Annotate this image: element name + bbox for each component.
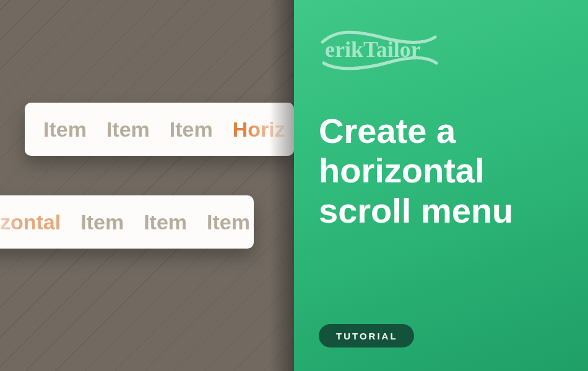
menu-item[interactable]: Item bbox=[170, 117, 213, 142]
menu-item-active-partial[interactable]: Horiz bbox=[233, 117, 285, 142]
menu-item[interactable]: Item bbox=[80, 210, 124, 234]
stage: Item Item Item Horiz zontal Item Item It… bbox=[0, 0, 588, 371]
menu-item[interactable]: Item bbox=[144, 210, 187, 234]
brand-name-text: erikTailor bbox=[325, 37, 421, 62]
menu-item[interactable]: Item bbox=[43, 117, 87, 142]
left-pattern-background bbox=[0, 0, 294, 371]
menu-item[interactable]: Item bbox=[207, 210, 250, 234]
category-badge: TUTORIAL bbox=[319, 324, 414, 348]
menu-bar-top[interactable]: Item Item Item Horiz bbox=[25, 103, 294, 156]
right-panel: erikTailor Create a horizontal scroll me… bbox=[294, 0, 588, 371]
menu-bar-bottom[interactable]: zontal Item Item Item bbox=[0, 195, 254, 249]
logo-icon: erikTailor bbox=[318, 26, 441, 74]
page-title: Create a horizontal scroll menu bbox=[319, 111, 563, 231]
menu-item[interactable]: Item bbox=[106, 117, 150, 142]
brand-logo: erikTailor bbox=[318, 26, 441, 77]
menu-item-active-partial[interactable]: zontal bbox=[0, 210, 61, 234]
